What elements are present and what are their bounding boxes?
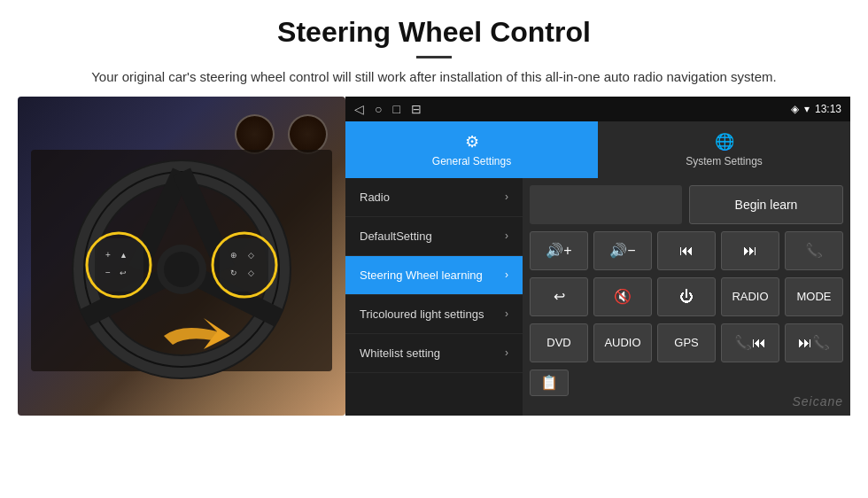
chevron-icon-default: ›: [505, 230, 508, 242]
power-button[interactable]: ⏻: [657, 277, 716, 316]
svg-text:▲: ▲: [120, 251, 128, 260]
mute-button[interactable]: 🔇: [593, 277, 652, 316]
time-display: 13:13: [815, 103, 841, 115]
android-ui: ◁ ○ □ ⊟ ◈ ▾ 13:13 ⚙ General Settings 🌐 S…: [345, 97, 850, 416]
nav-menu-icon[interactable]: ⊟: [411, 102, 422, 116]
prev-track-icon: ⏮: [679, 243, 694, 259]
steering-wheel-svg: + ▲ − ↩ ⊕ ◇ ↻ ◇: [31, 123, 332, 389]
status-bar-info: ◈ ▾ 13:13: [791, 103, 841, 115]
vol-down-icon: 🔊−: [609, 242, 635, 259]
content-area: + ▲ − ↩ ⊕ ◇ ↻ ◇: [0, 97, 868, 416]
audio-button[interactable]: AUDIO: [593, 323, 652, 362]
end-call-icon: ↩: [554, 288, 565, 305]
end-call-button[interactable]: ↩: [530, 277, 588, 316]
watermark: Seicane: [792, 394, 843, 409]
mode-label: MODE: [797, 290, 832, 303]
phone-prev-icon: 📞⏮: [734, 334, 766, 351]
chevron-icon-steering: ›: [505, 268, 508, 281]
right-panel: Begin learn 🔊+ 🔊− ⏮ ⏭: [523, 178, 850, 416]
location-icon: ◈: [791, 103, 799, 115]
left-menu: Radio › DefaultSetting › Steering Wheel …: [345, 178, 523, 416]
svg-text:−: −: [105, 268, 111, 277]
svg-rect-10: [95, 238, 143, 292]
radio-button[interactable]: RADIO: [721, 277, 779, 316]
page-subtitle: Your original car's steering wheel contr…: [53, 67, 815, 88]
menu-whitelist-label: Whitelist setting: [360, 346, 505, 360]
radio-label: RADIO: [732, 290, 768, 303]
car-background: + ▲ − ↩ ⊕ ◇ ↻ ◇: [18, 97, 345, 416]
wifi-icon: ▾: [804, 103, 810, 115]
tab-general[interactable]: ⚙ General Settings: [345, 121, 598, 178]
chevron-icon-tricoloured: ›: [505, 307, 508, 320]
menu-item-steering[interactable]: Steering Wheel learning ›: [345, 256, 523, 295]
main-content: Radio › DefaultSetting › Steering Wheel …: [345, 178, 850, 416]
svg-text:↻: ↻: [230, 268, 237, 277]
svg-text:↩: ↩: [120, 268, 127, 277]
svg-point-9: [164, 252, 199, 287]
title-divider: [416, 56, 452, 58]
dvd-label: DVD: [546, 336, 570, 349]
menu-tricoloured-label: Tricoloured light settings: [360, 307, 505, 321]
status-bar-nav: ◁ ○ □ ⊟: [354, 102, 422, 116]
menu-default-label: DefaultSetting: [360, 230, 505, 243]
svg-text:◇: ◇: [248, 268, 254, 277]
gps-label: GPS: [674, 336, 698, 349]
car-image: + ▲ − ↩ ⊕ ◇ ↻ ◇: [18, 97, 345, 416]
button-row-4: 📋: [530, 370, 843, 396]
vol-up-icon: 🔊+: [546, 242, 571, 259]
audio-label: AUDIO: [604, 336, 640, 349]
svg-text:◇: ◇: [248, 251, 254, 260]
dvd-button[interactable]: DVD: [530, 323, 588, 362]
page-header: Steering Wheel Control Your original car…: [0, 0, 868, 97]
button-row-3: DVD AUDIO GPS 📞⏮ ⏭📞: [530, 323, 843, 362]
gear-icon: ⚙: [465, 132, 479, 152]
phone-next-icon: ⏭📞: [798, 334, 830, 351]
begin-learn-button[interactable]: Begin learn: [689, 185, 843, 224]
mute-icon: 🔇: [614, 288, 632, 305]
gps-button[interactable]: GPS: [657, 323, 716, 362]
empty-field: [530, 185, 682, 224]
button-row-1: 🔊+ 🔊− ⏮ ⏭ 📞: [530, 231, 843, 270]
menu-item-tricoloured[interactable]: Tricoloured light settings ›: [345, 295, 523, 334]
button-row-2: ↩ 🔇 ⏻ RADIO MODE: [530, 277, 843, 316]
nav-home-icon[interactable]: ○: [375, 102, 382, 116]
globe-icon: 🌐: [715, 132, 734, 152]
tab-system[interactable]: 🌐 System Settings: [598, 121, 850, 178]
tab-general-label: General Settings: [432, 155, 511, 167]
menu-item-default[interactable]: DefaultSetting ›: [345, 217, 523, 256]
vol-down-button[interactable]: 🔊−: [593, 231, 652, 270]
chevron-icon-whitelist: ›: [505, 346, 508, 359]
svg-rect-15: [220, 238, 268, 292]
nav-recent-icon[interactable]: □: [392, 102, 399, 116]
next-track-icon: ⏭: [743, 243, 757, 259]
call-button[interactable]: 📞: [785, 231, 843, 270]
prev-track-button[interactable]: ⏮: [657, 231, 716, 270]
chevron-icon-radio: ›: [505, 191, 508, 203]
next-track-button[interactable]: ⏭: [721, 231, 779, 270]
menu-radio-label: Radio: [360, 191, 505, 204]
top-tabs: ⚙ General Settings 🌐 System Settings: [345, 121, 850, 178]
svg-text:⊕: ⊕: [230, 251, 237, 260]
file-button[interactable]: 📋: [530, 370, 569, 396]
phone-prev-button[interactable]: 📞⏮: [721, 323, 779, 362]
file-icon: 📋: [540, 374, 558, 391]
status-bar: ◁ ○ □ ⊟ ◈ ▾ 13:13: [345, 97, 850, 121]
page-title: Steering Wheel Control: [53, 16, 815, 49]
power-icon: ⏻: [679, 289, 694, 305]
mode-button[interactable]: MODE: [785, 277, 843, 316]
menu-item-radio[interactable]: Radio ›: [345, 178, 523, 217]
menu-item-whitelist[interactable]: Whitelist setting ›: [345, 334, 523, 373]
svg-text:+: +: [105, 250, 111, 260]
begin-learn-row: Begin learn: [530, 185, 843, 224]
menu-steering-label: Steering Wheel learning: [360, 268, 505, 282]
tab-system-label: System Settings: [686, 155, 763, 167]
nav-back-icon[interactable]: ◁: [354, 102, 364, 116]
phone-next-button[interactable]: ⏭📞: [785, 323, 843, 362]
vol-up-button[interactable]: 🔊+: [530, 231, 588, 270]
phone-icon: 📞: [805, 242, 823, 259]
